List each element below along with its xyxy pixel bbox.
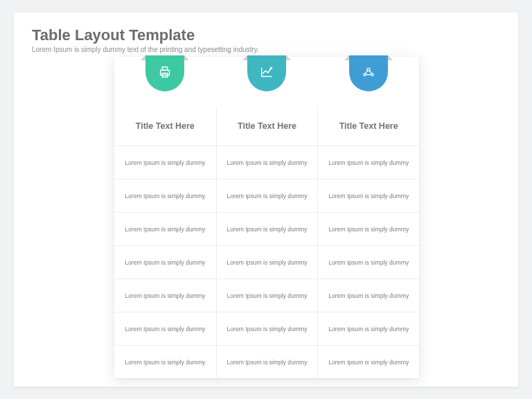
column-title: Title Text Here (317, 107, 419, 145)
badge-fold (184, 55, 189, 60)
table-cell: Lorem Ipsum is simply dummy (216, 245, 318, 278)
column-3: Title Text Here Lorem Ipsum is simply du… (317, 57, 419, 378)
table-cell: Lorem Ipsum is simply dummy (114, 212, 216, 245)
column-badge (349, 55, 388, 97)
table-cell: Lorem Ipsum is simply dummy (317, 212, 419, 245)
table-cell: Lorem Ipsum is simply dummy (317, 145, 419, 179)
badge-holder (114, 57, 216, 107)
svg-rect-0 (161, 70, 170, 75)
badge-body (349, 55, 388, 91)
badge-body (247, 55, 286, 91)
table-cell: Lorem Ipsum is simply dummy (216, 145, 318, 179)
table-cell: Lorem Ipsum is simply dummy (216, 179, 318, 212)
badge-fold (344, 55, 349, 60)
columns: Title Text Here Lorem Ipsum is simply du… (114, 57, 419, 378)
column-title: Title Text Here (114, 107, 216, 145)
page-subtitle: Lorem Ipsum is simply dummy text of the … (32, 46, 259, 53)
chart-icon (259, 64, 274, 82)
network-icon (361, 64, 376, 82)
table-cell: Lorem Ipsum is simply dummy (317, 245, 419, 278)
table-cell: Lorem Ipsum is simply dummy (317, 179, 419, 212)
column-title: Title Text Here (216, 107, 318, 145)
badge-fold (242, 55, 247, 60)
svg-point-3 (270, 67, 272, 69)
badge-holder (317, 57, 419, 107)
table-cell: Lorem Ipsum is simply dummy (114, 345, 216, 378)
table-cell: Lorem Ipsum is simply dummy (114, 145, 216, 179)
table-cell: Lorem Ipsum is simply dummy (114, 278, 216, 312)
table-cell: Lorem Ipsum is simply dummy (114, 245, 216, 278)
table-cell: Lorem Ipsum is simply dummy (114, 179, 216, 212)
badge-holder (216, 57, 318, 107)
badge-fold (388, 55, 393, 60)
table-cell: Lorem Ipsum is simply dummy (216, 312, 318, 345)
table-cell: Lorem Ipsum is simply dummy (216, 212, 318, 245)
svg-point-5 (364, 73, 366, 76)
badge-fold (286, 55, 291, 60)
column-badge (145, 55, 184, 97)
table-cell: Lorem Ipsum is simply dummy (317, 278, 419, 312)
column-1: Title Text Here Lorem Ipsum is simply du… (114, 57, 216, 378)
svg-point-6 (371, 73, 373, 76)
table-cell: Lorem Ipsum is simply dummy (216, 278, 318, 312)
table-cell: Lorem Ipsum is simply dummy (114, 312, 216, 345)
table-cell: Lorem Ipsum is simply dummy (317, 312, 419, 345)
comparison-table: Title Text Here Lorem Ipsum is simply du… (114, 57, 419, 378)
column-badge (247, 55, 286, 97)
slide: Table Layout Template Lorem Ipsum is sim… (14, 12, 518, 387)
badge-fold (141, 55, 145, 60)
badge-body (145, 55, 184, 91)
column-2: Title Text Here Lorem Ipsum is simply du… (216, 57, 318, 378)
printer-icon (157, 64, 172, 82)
page-title: Table Layout Template (32, 26, 195, 44)
table-cell: Lorem Ipsum is simply dummy (317, 345, 419, 378)
svg-rect-1 (163, 67, 168, 71)
table-cell: Lorem Ipsum is simply dummy (216, 345, 318, 378)
